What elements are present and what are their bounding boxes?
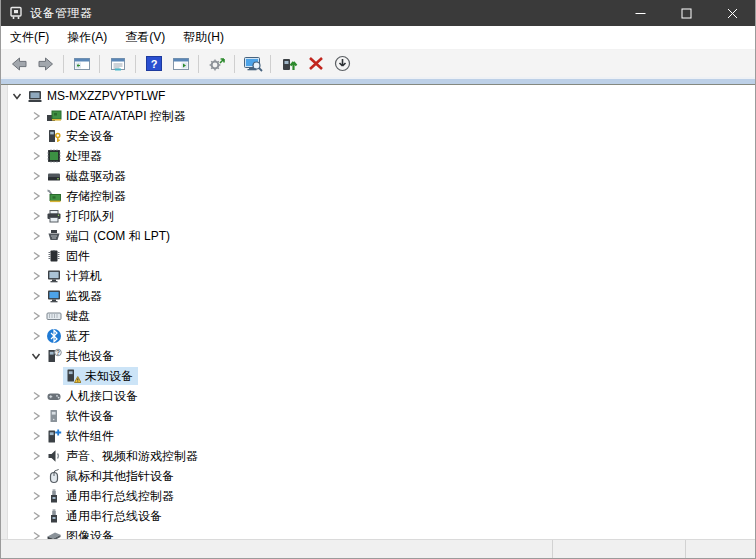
processor-icon [45,148,62,164]
menu-item-3[interactable]: 帮助(H) [174,26,233,49]
chevron-right-icon[interactable] [28,386,44,406]
tree-item[interactable]: 磁盘驱动器 [9,166,755,186]
tree-item-body[interactable]: IDE ATA/ATAPI 控制器 [44,107,191,125]
scan-hardware-changes-button[interactable] [203,51,230,76]
tree-item-body[interactable]: 通用串行总线设备 [44,507,167,525]
imaging-device-icon [45,528,62,539]
tree-item[interactable]: 图像设备 [9,526,755,539]
menu-item-2[interactable]: 查看(V) [116,26,174,49]
tree-item[interactable]: 软件设备 [9,406,755,426]
console-tree-button[interactable] [68,51,95,76]
status-pane-middle [552,540,685,558]
tree-item-body[interactable]: 软件组件 [44,427,119,445]
tree-item-body[interactable]: 监视器 [44,287,107,305]
tree-item-body[interactable]: 通用串行总线控制器 [44,487,179,505]
chevron-down-icon[interactable] [9,86,25,106]
tree-item-label: 键盘 [66,308,92,325]
tree-item[interactable]: 端口 (COM 和 LPT) [9,226,755,246]
other-device-icon: ? [45,348,62,364]
tree-item[interactable]: MS-MXZZPVYPTLWF [9,86,755,106]
device-tree-panel: MS-MXZZPVYPTLWFIDE ATA/ATAPI 控制器安全设备处理器磁… [1,85,755,539]
chevron-right-icon[interactable] [28,446,44,466]
hid-icon [45,388,62,404]
action-pane-button[interactable] [167,51,194,76]
console-tree-icon [73,56,91,72]
chevron-right-icon[interactable] [28,526,44,539]
tree-item[interactable]: 蓝牙 [9,326,755,346]
tree-item-body[interactable]: 处理器 [44,147,107,165]
tree-item[interactable]: 人机接口设备 [9,386,755,406]
tree-item[interactable]: IDE ATA/ATAPI 控制器 [9,106,755,126]
tree-item-body[interactable]: 人机接口设备 [44,387,143,405]
tree-item[interactable]: 软件组件 [9,426,755,446]
tree-item-body-selected[interactable]: 未知设备 [63,367,138,385]
tree-item[interactable]: 存储控制器 [9,186,755,206]
update-driver-button[interactable] [275,51,302,76]
toolbar-separator [198,55,199,73]
chevron-right-icon[interactable] [28,246,44,266]
tree-item[interactable]: 监视器 [9,286,755,306]
forward-arrow-button[interactable] [32,51,59,76]
chevron-right-icon[interactable] [28,226,44,246]
print-queue-icon [45,208,62,224]
tree-item-body[interactable]: 蓝牙 [44,327,95,345]
chevron-right-icon[interactable] [28,466,44,486]
chevron-down-icon[interactable] [28,346,44,366]
chevron-right-icon[interactable] [28,486,44,506]
tree-item[interactable]: ?其他设备 [9,346,755,366]
tree-item[interactable]: 安全设备 [9,126,755,146]
close-button[interactable] [709,0,755,26]
minimize-button[interactable] [617,0,663,26]
remote-computer-search-button[interactable] [239,51,266,76]
tree-item-body[interactable]: MS-MXZZPVYPTLWF [25,87,170,105]
chevron-right-icon[interactable] [28,286,44,306]
chevron-right-icon[interactable] [28,266,44,286]
tree-item-body[interactable]: 存储控制器 [44,187,131,205]
computer-monitor-icon [45,268,62,284]
chevron-right-icon[interactable] [28,106,44,126]
tree-item[interactable]: 计算机 [9,266,755,286]
chevron-right-icon[interactable] [28,506,44,526]
chevron-right-icon[interactable] [28,326,44,346]
chevron-right-icon[interactable] [28,406,44,426]
properties-button[interactable] [104,51,131,76]
tree-item[interactable]: 通用串行总线设备 [9,506,755,526]
tree-item-body[interactable]: 软件设备 [44,407,119,425]
tree-item[interactable]: 键盘 [9,306,755,326]
tree-item-label: IDE ATA/ATAPI 控制器 [66,108,188,125]
tree-item-body[interactable]: 鼠标和其他指针设备 [44,467,179,485]
tree-item[interactable]: 处理器 [9,146,755,166]
help-button[interactable]: ? [140,51,167,76]
usb-device-icon [45,508,62,524]
tree-item-body[interactable]: 安全设备 [44,127,119,145]
tree-item-body[interactable]: 端口 (COM 和 LPT) [44,227,175,245]
chevron-right-icon[interactable] [28,186,44,206]
tree-item[interactable]: 声音、视频和游戏控制器 [9,446,755,466]
tree-item-body[interactable]: 图像设备 [44,527,119,539]
chevron-right-icon[interactable] [28,206,44,226]
tree-item-body[interactable]: 声音、视频和游戏控制器 [44,447,203,465]
tree-item-label: 计算机 [66,268,104,285]
maximize-button[interactable] [663,0,709,26]
disable-device-button[interactable] [329,51,356,76]
back-arrow-button[interactable] [5,51,32,76]
tree-item-body[interactable]: 打印队列 [44,207,119,225]
tree-item[interactable]: 打印队列 [9,206,755,226]
chevron-right-icon[interactable] [28,306,44,326]
menu-item-0[interactable]: 文件(F) [1,26,58,49]
tree-item-body[interactable]: 磁盘驱动器 [44,167,131,185]
tree-item-body[interactable]: 固件 [44,247,95,265]
tree-item-body[interactable]: 键盘 [44,307,95,325]
chevron-right-icon[interactable] [28,426,44,446]
chevron-right-icon[interactable] [28,166,44,186]
menu-item-1[interactable]: 操作(A) [58,26,116,49]
chevron-right-icon[interactable] [28,146,44,166]
tree-item-body[interactable]: ?其他设备 [44,347,119,365]
uninstall-device-button[interactable] [302,51,329,76]
chevron-right-icon[interactable] [28,126,44,146]
tree-item[interactable]: 固件 [9,246,755,266]
tree-item[interactable]: 未知设备 [9,366,755,386]
tree-item[interactable]: 鼠标和其他指针设备 [9,466,755,486]
tree-item-body[interactable]: 计算机 [44,267,107,285]
tree-item[interactable]: 通用串行总线控制器 [9,486,755,506]
